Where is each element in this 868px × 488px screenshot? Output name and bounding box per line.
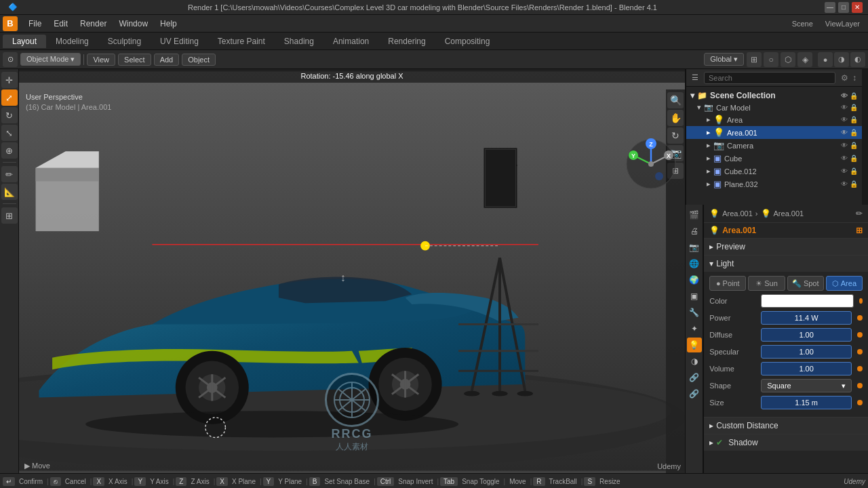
point-type-btn[interactable]: ● Point xyxy=(709,276,746,291)
object-mode-dropdown[interactable]: Object Mode ▾ xyxy=(20,53,81,66)
power-value[interactable]: 11.4 W xyxy=(761,311,852,325)
cancel-key[interactable]: ⎋ xyxy=(50,477,61,486)
maximize-button[interactable]: □ xyxy=(838,2,849,13)
object-menu[interactable]: Object xyxy=(182,54,216,66)
custom-distance-header[interactable]: ▸ Custom Distance xyxy=(704,418,868,434)
x-key[interactable]: X xyxy=(93,477,104,486)
global-dropdown[interactable]: Global ▾ xyxy=(704,53,744,66)
mode-icon[interactable]: ⊙ xyxy=(3,52,18,67)
constraint-props-icon[interactable]: 🔗 xyxy=(687,370,702,385)
outliner-item-plane032[interactable]: ▸ ▣ Plane.032 👁 🔒 xyxy=(686,178,862,190)
snap-btn[interactable]: ⊞ xyxy=(747,52,762,67)
view-menu[interactable]: View xyxy=(87,54,115,66)
measure-tool[interactable]: 📐 xyxy=(1,184,18,200)
add-menu[interactable]: Add xyxy=(154,54,180,66)
light-section-header[interactable]: ▾ Light xyxy=(704,256,868,272)
specular-value[interactable]: 1.00 xyxy=(761,345,852,359)
minimize-button[interactable]: — xyxy=(825,2,835,13)
transform-tool[interactable]: ⊕ xyxy=(1,142,18,159)
tab-rendering[interactable]: Rendering xyxy=(378,35,435,48)
object-props-icon[interactable]: ▣ xyxy=(687,289,702,304)
pan-btn[interactable]: ✋ xyxy=(667,110,684,126)
tab-modeling[interactable]: Modeling xyxy=(46,35,98,48)
confirm-key[interactable]: ↵ xyxy=(3,477,15,486)
view-layer-props-icon[interactable]: 📷 xyxy=(687,240,702,255)
props-edit-btn[interactable]: ✏ xyxy=(856,209,863,218)
snaptoggle-key[interactable]: Tab xyxy=(440,477,458,486)
snapbase-key[interactable]: B xyxy=(309,477,321,486)
snapinvert-key[interactable]: Ctrl xyxy=(377,477,395,486)
close-button[interactable]: ✕ xyxy=(852,2,863,13)
scale-tool[interactable]: ⤡ xyxy=(1,125,18,141)
world-props-icon[interactable]: 🌍 xyxy=(687,272,702,287)
outliner-search-input[interactable] xyxy=(704,72,835,84)
tab-uvediting[interactable]: UV Editing xyxy=(151,35,208,48)
collection-label: Scene Collection xyxy=(710,91,776,100)
color-swatch[interactable] xyxy=(761,294,854,308)
tab-compositing[interactable]: Compositing xyxy=(435,35,500,48)
area-type-btn[interactable]: ⬡ Area xyxy=(826,276,863,291)
diffuse-value[interactable]: 1.00 xyxy=(761,328,852,342)
collection-actions: 👁 🔒 xyxy=(841,92,858,100)
viewport-gizmo[interactable]: Z X Y xyxy=(624,137,678,191)
spot-type-btn[interactable]: 🔦 Spot xyxy=(787,276,824,291)
data-props-icon[interactable]: 💡 xyxy=(687,338,702,352)
sort-icon[interactable]: ↕ xyxy=(852,73,856,83)
shadow-check[interactable]: ✔ xyxy=(716,438,723,447)
trackball-key[interactable]: R xyxy=(533,477,545,486)
object-constraint-icon[interactable]: 🔗 xyxy=(687,386,702,401)
material-props-icon[interactable]: ◑ xyxy=(687,354,702,369)
menu-window[interactable]: Window xyxy=(113,18,153,30)
cursor-tool[interactable]: ✛ xyxy=(1,72,18,88)
xray-btn[interactable]: ◈ xyxy=(797,52,812,67)
shape-dropdown[interactable]: Square ▾ xyxy=(761,379,852,392)
render-view-btn[interactable]: ◐ xyxy=(850,52,865,67)
annotate-tool[interactable]: ✏ xyxy=(1,166,18,182)
object-props-more[interactable]: ⊞ xyxy=(856,226,863,235)
output-props-icon[interactable]: 🖨 xyxy=(687,224,702,239)
tab-shading[interactable]: Shading xyxy=(275,35,323,48)
breadcrumb-item1[interactable]: Area.001 xyxy=(722,209,753,218)
menu-render[interactable]: Render xyxy=(75,18,112,30)
tab-animation[interactable]: Animation xyxy=(323,35,378,48)
tab-texturepaint[interactable]: Texture Paint xyxy=(208,35,275,48)
zoom-in-btn[interactable]: 🔍 xyxy=(667,92,684,108)
scene-collection-item[interactable]: ▾ 📁 Scene Collection 👁 🔒 xyxy=(686,89,862,102)
tab-layout[interactable]: Layout xyxy=(3,35,46,48)
filter-icon[interactable]: ⚙ xyxy=(841,73,848,83)
yplane-key[interactable]: Y xyxy=(263,477,275,486)
outliner-item-area[interactable]: ▸ 💡 Area 👁 🔒 xyxy=(686,113,862,126)
material-view-btn[interactable]: ◑ xyxy=(834,52,849,67)
shadow-section-header[interactable]: ▸ ✔ Shadow xyxy=(704,434,868,451)
preview-section-header[interactable]: ▸ Preview xyxy=(704,239,868,255)
volume-value[interactable]: 1.00 xyxy=(761,362,852,375)
viewport[interactable]: Rotation: -15.46 along global X User Per… xyxy=(19,69,685,473)
menu-edit[interactable]: Edit xyxy=(48,18,73,30)
modifier-props-icon[interactable]: 🔧 xyxy=(687,305,702,320)
y-key[interactable]: Y xyxy=(134,477,146,486)
proportional-btn[interactable]: ○ xyxy=(764,52,778,67)
solid-view-btn[interactable]: ● xyxy=(818,52,833,67)
size-value[interactable]: 1.15 m xyxy=(761,396,852,409)
outliner-item-camera[interactable]: ▸ 📷 Camera 👁 🔒 xyxy=(686,139,862,152)
tab-sculpting[interactable]: Sculpting xyxy=(98,35,151,48)
select-menu[interactable]: Select xyxy=(118,54,151,66)
rotate-tool[interactable]: ↻ xyxy=(1,107,18,123)
breadcrumb-item2[interactable]: Area.001 xyxy=(774,209,804,218)
particles-props-icon[interactable]: ✦ xyxy=(687,321,702,336)
outliner-item-cube012[interactable]: ▸ ▣ Cube.012 👁 🔒 xyxy=(686,165,862,178)
resize-key[interactable]: S xyxy=(584,477,595,486)
outliner-item-cube[interactable]: ▸ ▣ Cube 👁 🔒 xyxy=(686,152,862,165)
overlay-btn[interactable]: ⬡ xyxy=(781,52,795,67)
add-object-tool[interactable]: ⊞ xyxy=(1,207,18,224)
scene-props-icon[interactable]: 🌐 xyxy=(687,256,702,271)
menu-file[interactable]: File xyxy=(23,18,47,30)
move-tool[interactable]: ⤢ xyxy=(1,89,18,106)
z-key[interactable]: Z xyxy=(176,477,186,486)
menu-help[interactable]: Help xyxy=(155,18,182,30)
outliner-item-carmodel[interactable]: ▾ 📷 Car Model 👁 🔒 xyxy=(686,102,862,113)
render-props-icon[interactable]: 🎬 xyxy=(687,207,702,222)
sun-type-btn[interactable]: ☀ Sun xyxy=(748,276,785,291)
xplane-key[interactable]: X xyxy=(216,477,228,486)
outliner-item-area001[interactable]: ▸ 💡 Area.001 👁 🔒 xyxy=(686,126,862,139)
